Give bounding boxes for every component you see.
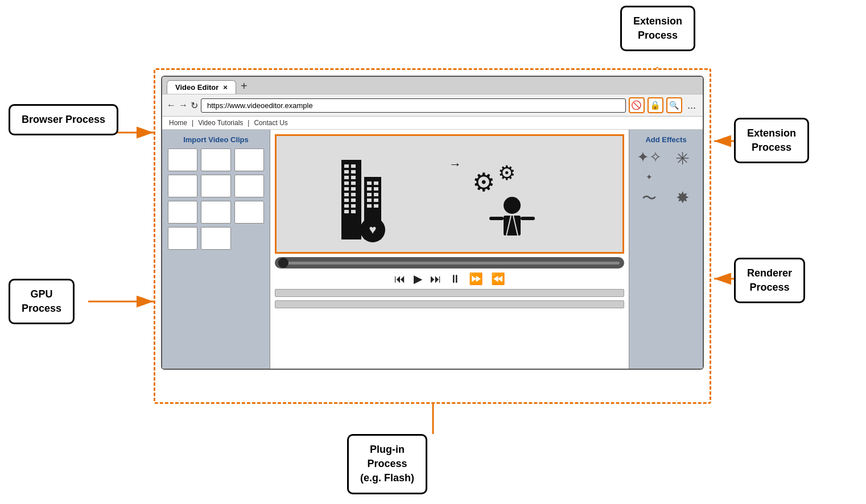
fast-forward-button[interactable]: ⏩ (469, 272, 483, 286)
extension-process-right-box: ExtensionProcess (734, 118, 809, 163)
svg-rect-35 (374, 199, 378, 202)
center-panel: ♥ → ⚙ ⚙ (270, 130, 629, 369)
extension-icon-3[interactable]: 🔍 (666, 97, 682, 113)
svg-text:⚙: ⚙ (472, 168, 495, 197)
effects-grid: ✦✧✦ ✳ 〜 ✸ (635, 148, 697, 208)
effect-firework-icon[interactable]: ✸ (669, 188, 698, 208)
browser-process-box: Browser Process (9, 104, 118, 135)
new-tab-button[interactable]: + (241, 80, 248, 94)
video-player: ♥ → ⚙ ⚙ (275, 134, 624, 254)
clip-grid (168, 148, 264, 250)
clip-thumb[interactable] (201, 227, 230, 250)
nav-home[interactable]: Home (169, 119, 187, 127)
svg-rect-15 (351, 176, 356, 179)
tab-close-icon[interactable]: × (223, 83, 228, 92)
svg-rect-33 (374, 193, 378, 196)
site-nav: Home | Video Tutorials | Contact Us (162, 117, 703, 130)
address-input[interactable] (201, 98, 626, 113)
svg-rect-25 (351, 204, 356, 208)
site-content: Home | Video Tutorials | Contact Us Impo… (162, 117, 703, 369)
right-panel: Add Effects ✦✧✦ ✳ 〜 ✸ (629, 130, 703, 369)
skip-back-button[interactable]: ⏮ (394, 272, 406, 286)
right-panel-title: Add Effects (635, 135, 697, 144)
svg-rect-31 (374, 187, 378, 191)
clip-thumb[interactable] (168, 148, 197, 171)
browser-window-outer: Video Editor × + ← → ↻ 🚫 🔒 🔍 ... (154, 68, 711, 404)
nav-contact[interactable]: Contact Us (254, 119, 287, 127)
svg-rect-27 (351, 210, 356, 213)
renderer-process-box: RendererProcess (734, 258, 805, 303)
svg-rect-34 (367, 199, 372, 202)
svg-rect-22 (344, 199, 349, 202)
tab-title: Video Editor (175, 83, 218, 92)
svg-point-43 (504, 197, 521, 214)
pause-button[interactable]: ⏸ (450, 272, 461, 286)
clip-thumb[interactable] (201, 175, 230, 197)
effect-sparkles-icon[interactable]: ✦✧✦ (635, 148, 664, 184)
svg-rect-11 (351, 164, 356, 168)
progress-handle[interactable] (278, 258, 288, 268)
skip-forward-button[interactable]: ⏭ (430, 272, 442, 286)
svg-rect-45 (489, 217, 504, 220)
forward-button[interactable]: → (179, 100, 188, 110)
svg-rect-37 (374, 204, 378, 208)
plugin-process-box: Plug-inProcess(e.g. Flash) (347, 434, 427, 494)
timeline-bar-2 (275, 300, 624, 308)
svg-rect-18 (344, 187, 349, 191)
svg-rect-24 (344, 204, 349, 208)
address-bar-row: ← → ↻ 🚫 🔒 🔍 ... (162, 94, 703, 117)
gpu-process-box: GPUProcess (9, 279, 75, 324)
play-button[interactable]: ▶ (414, 272, 422, 286)
svg-rect-16 (344, 181, 349, 185)
clip-thumb[interactable] (168, 227, 197, 250)
extension-process-top-box: ExtensionProcess (620, 6, 695, 51)
svg-rect-29 (374, 181, 378, 185)
svg-rect-10 (344, 164, 349, 168)
nav-tutorials[interactable]: Video Tutorials (198, 119, 243, 127)
clip-thumb[interactable] (234, 201, 264, 224)
refresh-button[interactable]: ↻ (191, 100, 198, 111)
active-tab[interactable]: Video Editor × (167, 80, 236, 94)
left-panel: Import Video Clips (162, 130, 270, 369)
extension-icon-2[interactable]: 🔒 (648, 97, 663, 113)
svg-rect-28 (367, 181, 372, 185)
svg-rect-14 (344, 176, 349, 179)
svg-rect-21 (351, 193, 356, 196)
svg-rect-32 (367, 193, 372, 196)
effect-burst-icon[interactable]: ✳ (669, 148, 698, 184)
clip-thumb[interactable] (168, 175, 197, 197)
effect-smoke-icon[interactable]: 〜 (635, 188, 664, 208)
clip-thumb[interactable] (168, 201, 197, 224)
extension-icon-1[interactable]: 🚫 (629, 97, 645, 113)
progress-bar[interactable] (275, 257, 624, 268)
svg-rect-44 (504, 216, 521, 236)
progress-track (287, 262, 620, 265)
svg-rect-19 (351, 187, 356, 191)
svg-rect-36 (367, 204, 372, 208)
browser-chrome: Video Editor × + ← → ↻ 🚫 🔒 🔍 ... (161, 76, 704, 370)
clip-thumb[interactable] (234, 175, 264, 197)
svg-text:→: → (449, 157, 461, 171)
svg-rect-23 (351, 199, 356, 202)
svg-rect-46 (521, 217, 535, 220)
playback-controls: ⏮ ▶ ⏭ ⏸ ⏩ ⏪ (275, 272, 624, 286)
svg-rect-20 (344, 193, 349, 196)
svg-rect-17 (351, 181, 356, 185)
more-button[interactable]: ... (685, 100, 698, 111)
rewind-button[interactable]: ⏪ (491, 272, 505, 286)
svg-rect-13 (351, 170, 356, 173)
video-illustration: ♥ → ⚙ ⚙ (330, 137, 569, 251)
clip-thumb[interactable] (234, 148, 264, 171)
tab-bar: Video Editor × + (162, 77, 703, 94)
svg-text:⚙: ⚙ (498, 162, 516, 184)
main-content-layout: Import Video Clips (162, 130, 703, 369)
clip-thumb[interactable] (201, 201, 230, 224)
left-panel-title: Import Video Clips (168, 135, 264, 144)
clip-thumb[interactable] (201, 148, 230, 171)
svg-text:♥: ♥ (369, 222, 376, 237)
timeline-bar-1 (275, 289, 624, 297)
svg-rect-12 (344, 170, 349, 173)
back-button[interactable]: ← (167, 100, 176, 110)
svg-rect-30 (367, 187, 372, 191)
svg-rect-26 (344, 210, 349, 213)
